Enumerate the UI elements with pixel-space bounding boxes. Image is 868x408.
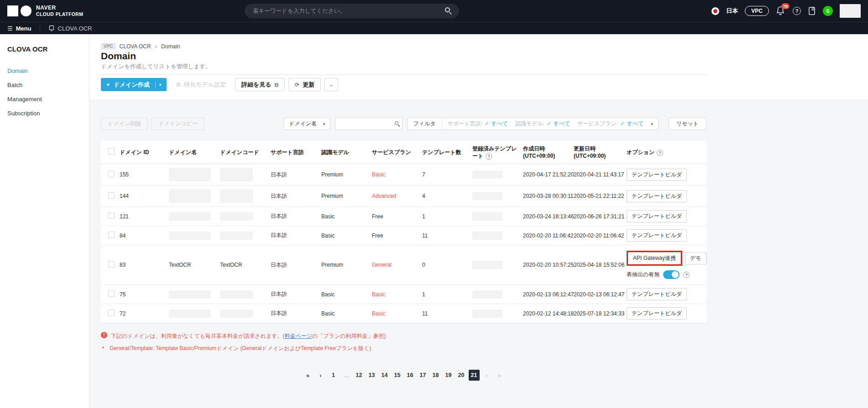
cell-registered-template <box>472 245 523 285</box>
domain-search-input[interactable] <box>335 118 403 130</box>
cell-created-at: 2020-03-28 00:30:11 <box>523 186 574 207</box>
sidebar-item-subscription[interactable]: Subscription <box>7 106 82 120</box>
service-shortcut[interactable]: CLOVA OCR <box>48 25 92 32</box>
menu-button[interactable]: ☰ Menu <box>7 25 31 32</box>
table-extraction-toggle[interactable] <box>663 270 680 279</box>
page-button-20[interactable]: 20 <box>456 370 467 381</box>
domain-row: 144日本語PremiumAdvanced42020-03-28 00:30:1… <box>101 186 706 207</box>
vpc-env-badge[interactable]: VPC <box>745 6 769 16</box>
template-builder-button[interactable]: テンプレートビルダ <box>627 169 687 181</box>
cell-domain-name <box>169 226 220 245</box>
filter-button[interactable]: フィルタ <box>408 118 442 129</box>
cell-domain-code: TextOCR <box>220 245 271 285</box>
template-builder-button[interactable]: テンプレートビルダ <box>627 307 687 320</box>
template-builder-button[interactable]: テンプレートビルダ <box>627 288 687 300</box>
search-icon[interactable] <box>395 121 398 125</box>
filter-items: サポート言語:✓すべて認識モデル:✓すべてサービスプラン:✓すべて <box>442 120 649 128</box>
page-button-17[interactable]: 17 <box>418 370 429 381</box>
masked-value <box>169 310 211 318</box>
template-builder-button[interactable]: テンプレートビルダ <box>627 190 687 202</box>
search-field-select[interactable]: ドメイン名 ▾ <box>284 118 330 130</box>
column-header: サポート言語 <box>271 141 321 164</box>
global-search-input[interactable] <box>245 4 459 18</box>
prev-page-button[interactable]: ‹ <box>315 370 326 381</box>
cell-created-at: 2020-03-24 16:13:46 <box>523 207 574 226</box>
row-checkbox[interactable] <box>108 171 115 177</box>
sidebar-item-management[interactable]: Management <box>7 92 82 106</box>
select-all-checkbox[interactable] <box>108 148 115 155</box>
sidebar-item-batch[interactable]: Batch <box>7 78 82 92</box>
reset-button[interactable]: リセット <box>669 118 706 130</box>
breadcrumb-item-service[interactable]: CLOVA OCR <box>120 43 151 50</box>
cell-options: テンプレートビルダ <box>627 186 706 207</box>
delete-domain-button: ドメイン削除 <box>101 118 148 130</box>
refresh-button[interactable]: ⟳ 更新 <box>288 78 321 91</box>
page-button-1[interactable]: 1 <box>328 370 339 381</box>
search-icon[interactable] <box>445 7 450 12</box>
special-model-button: ⚙ 特化モデル設定 <box>170 78 231 91</box>
row-checkbox[interactable] <box>108 310 115 316</box>
row-checkbox[interactable] <box>108 212 115 219</box>
cell-checkbox <box>101 226 120 245</box>
sub-header: ☰ Menu CLOVA OCR <box>0 22 868 34</box>
page-button-16[interactable]: 16 <box>405 370 416 381</box>
masked-value <box>169 212 211 221</box>
column-header: 登録済みテンプレート? <box>472 141 523 164</box>
filter-item[interactable]: サポート言語:✓すべて <box>448 120 508 128</box>
create-domain-button[interactable]: + ドメイン作成 ▾ <box>101 78 167 91</box>
template-builder-button[interactable]: テンプレートビルダ <box>627 229 687 242</box>
filter-item-value: すべて <box>491 120 508 128</box>
page-button-15[interactable]: 15 <box>392 370 403 381</box>
row-checkbox[interactable] <box>108 232 115 238</box>
row-checkbox[interactable] <box>108 290 115 297</box>
see-details-button[interactable]: 詳細を見る ⧉ <box>235 78 285 91</box>
region-label[interactable]: 日本 <box>726 7 738 15</box>
page-button-19[interactable]: 19 <box>443 370 454 381</box>
naver-cloud-logo[interactable]: NAVER CLOUD PLATFORM <box>7 5 83 17</box>
filter-item[interactable]: 認識モデル:✓すべて <box>515 120 570 128</box>
page-button-18[interactable]: 18 <box>430 370 441 381</box>
option-buttons: テンプレートビルダ <box>627 210 703 222</box>
cell-checkbox <box>101 164 120 186</box>
more-actions-button[interactable]: ⌄ <box>324 78 338 91</box>
pricing-page-link[interactable]: 料金ページ <box>285 333 313 339</box>
cell-domain-name <box>169 285 220 304</box>
row-checkbox[interactable] <box>108 261 115 268</box>
page-button-12[interactable]: 12 <box>354 370 365 381</box>
cell-support-language: 日本語 <box>271 285 321 304</box>
divider <box>40 25 40 31</box>
cell-service-plan: Advanced <box>372 186 422 207</box>
filter-item[interactable]: サービスプラン:✓すべて <box>577 120 643 128</box>
cell-options: テンプレートビルダ <box>627 285 706 304</box>
notifications-button[interactable]: 78 <box>776 6 786 16</box>
avatar[interactable]: S <box>823 6 833 16</box>
sidebar-item-domain[interactable]: Domain <box>7 64 82 78</box>
cell-template-count: 0 <box>422 245 472 285</box>
cell-domain-id: 121 <box>120 207 169 226</box>
caret-down-icon[interactable]: ▾ <box>649 122 658 126</box>
help-icon[interactable]: ? <box>793 7 801 15</box>
manual-icon[interactable] <box>808 6 816 15</box>
first-page-button[interactable]: « <box>303 370 314 381</box>
row-checkbox[interactable] <box>108 192 115 199</box>
external-link-icon: ⧉ <box>275 82 279 88</box>
domain-row: 75日本語BasicBasic12020-02-13 06:12:472020-… <box>101 285 706 304</box>
cell-template-count: 1 <box>422 207 472 226</box>
cell-created-at: 2020-02-12 14:48:18 <box>523 304 574 323</box>
column-header: サービスプラン <box>372 141 422 164</box>
help-icon[interactable]: ? <box>486 153 492 160</box>
page-button-21[interactable]: 21 <box>469 370 480 381</box>
demo-button[interactable]: デモ <box>685 252 706 264</box>
help-icon[interactable]: ? <box>657 150 663 156</box>
api-gateway-link-button[interactable]: API Gateway連携 <box>628 252 681 264</box>
cell-template-count: 4 <box>422 186 472 207</box>
caret-down-icon: ▾ <box>159 83 162 87</box>
cell-updated-at: 2020-02-13 06:12:47 <box>574 285 627 304</box>
template-builder-button[interactable]: テンプレートビルダ <box>627 210 687 222</box>
page-button-13[interactable]: 13 <box>366 370 377 381</box>
page-button-14[interactable]: 14 <box>379 370 390 381</box>
masked-username[interactable] <box>840 4 861 18</box>
billing-warning-note: ! 下記のドメインは、利用量がなくても毎月基本料金が請求されます。(料金ページの… <box>101 332 706 340</box>
cell-service-plan: Basic <box>372 285 422 304</box>
help-icon[interactable]: ? <box>683 272 690 278</box>
